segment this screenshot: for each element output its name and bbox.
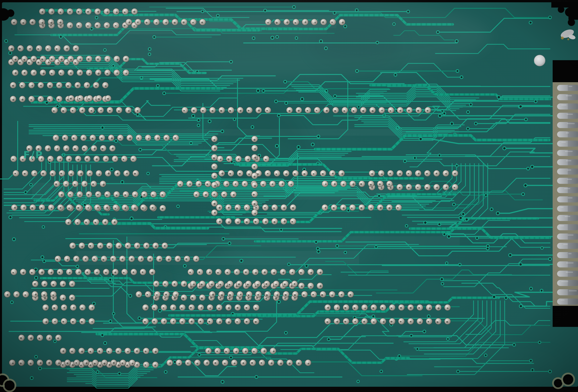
pad-dimple	[417, 110, 419, 112]
solder-pad	[61, 318, 67, 324]
pad-dimple	[216, 351, 218, 352]
pad-highlight	[349, 293, 350, 294]
solder-pad	[283, 291, 289, 297]
solder-pad	[92, 360, 98, 366]
pad-highlight	[408, 109, 409, 110]
pad-dimple	[25, 294, 26, 296]
pad-highlight	[380, 172, 381, 173]
solder-pad	[334, 304, 340, 311]
pad-body	[308, 269, 314, 275]
solder-pad	[4, 291, 10, 297]
pad-highlight	[39, 361, 40, 362]
pad-dimple	[195, 194, 197, 196]
solder-pad	[93, 219, 99, 225]
pad-highlight	[154, 350, 155, 351]
pad-highlight	[187, 361, 188, 362]
pad-dimple	[435, 173, 437, 174]
solder-pad	[97, 242, 103, 249]
solder-pad	[207, 318, 213, 324]
pad-highlight	[213, 137, 214, 138]
pad-dimple	[52, 284, 54, 286]
solder-pad	[87, 170, 93, 176]
pad-highlight	[427, 109, 428, 110]
solder-pad	[30, 19, 36, 25]
solder-pad	[224, 348, 230, 354]
solder-pad	[64, 256, 70, 262]
pad-body	[274, 170, 280, 176]
pad-dimple	[57, 148, 58, 150]
pad-dimple	[31, 272, 33, 274]
via	[443, 112, 446, 115]
pad-highlight	[110, 136, 111, 137]
solder-pad	[329, 170, 336, 176]
pad-highlight	[90, 320, 91, 321]
solder-pad	[125, 107, 131, 113]
pad-dimple	[254, 139, 256, 141]
pad-highlight	[213, 156, 214, 157]
pad-dimple	[344, 307, 346, 309]
pad-dimple	[23, 207, 25, 209]
via	[440, 278, 443, 281]
pad-dimple	[71, 351, 73, 352]
pad-dimple	[155, 297, 157, 299]
pad-highlight	[44, 306, 45, 307]
pad-highlight	[193, 109, 194, 110]
solder-pad	[396, 184, 403, 190]
pad-highlight	[218, 306, 219, 307]
pad-highlight	[143, 193, 144, 194]
solder-pad	[49, 170, 56, 176]
pad-dimple	[33, 59, 35, 61]
solder-pad	[50, 281, 57, 287]
pad-highlight	[256, 282, 257, 283]
pad-highlight	[149, 257, 150, 258]
via	[519, 105, 522, 108]
solder-pad	[20, 19, 27, 25]
pad-highlight	[21, 84, 22, 85]
pad-highlight	[196, 361, 197, 362]
solder-pad	[31, 70, 37, 76]
pad-highlight	[90, 363, 90, 364]
pad-dimple	[334, 110, 336, 112]
pad-dimple	[283, 207, 285, 209]
via	[278, 114, 280, 117]
pad-highlight	[236, 306, 237, 307]
pad-dimple	[77, 207, 79, 209]
via	[56, 105, 59, 108]
pad-dimple	[81, 351, 83, 353]
pad-dimple	[51, 58, 52, 60]
pad-highlight	[69, 193, 70, 194]
solder-pad	[74, 219, 81, 225]
solder-pad	[235, 156, 241, 162]
pad-highlight	[33, 172, 34, 173]
solder-pad	[28, 360, 34, 366]
pad-highlight	[218, 220, 219, 221]
solder-pad	[79, 242, 85, 249]
solder-pad	[106, 348, 112, 354]
pad-body	[106, 348, 112, 354]
pad-highlight	[74, 147, 75, 148]
pad-highlight	[248, 172, 249, 173]
pad-highlight	[444, 172, 445, 173]
pad-dimple	[219, 321, 221, 323]
edge-finger-wear	[568, 94, 578, 100]
pad-highlight	[408, 186, 409, 187]
solder-pad	[361, 318, 368, 324]
pad-dimple	[114, 272, 116, 274]
solder-pad	[263, 156, 269, 162]
pad-dimple	[80, 173, 82, 175]
pad-dimple	[112, 148, 114, 150]
pad-dimple	[24, 173, 26, 175]
via	[139, 148, 142, 151]
via	[184, 265, 186, 267]
pad-dimple	[209, 308, 211, 309]
pad-dimple	[108, 364, 110, 366]
pad-dimple	[343, 184, 344, 186]
pad-highlight	[62, 363, 63, 364]
pad-dimple	[74, 62, 76, 64]
pad-body	[11, 269, 17, 275]
solder-pad	[190, 294, 196, 301]
solder-pad	[67, 191, 74, 197]
pad-dimple	[258, 110, 260, 112]
solder-pad	[12, 56, 18, 62]
via	[414, 157, 416, 159]
